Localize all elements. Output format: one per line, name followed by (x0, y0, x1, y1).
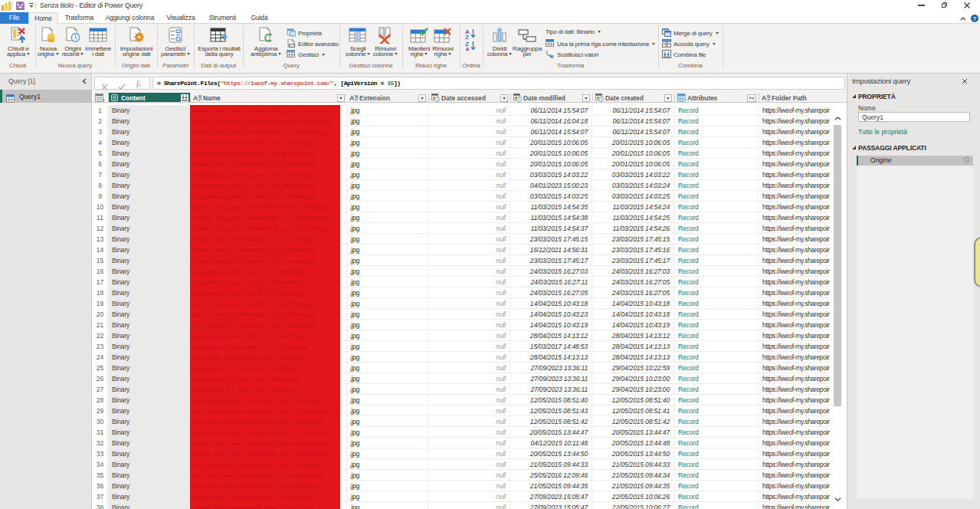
svg-text:1: 1 (546, 50, 549, 54)
svg-text:A: A (465, 46, 470, 51)
svg-text:C: C (768, 98, 772, 101)
svg-text:2: 2 (552, 54, 555, 58)
svg-text:A: A (349, 94, 355, 101)
svg-text:Z: Z (465, 34, 469, 41)
svg-text:?: ? (973, 15, 977, 22)
svg-text:A: A (193, 94, 198, 101)
svg-text:A: A (762, 94, 767, 101)
svg-text:C: C (199, 98, 203, 101)
svg-text:C: C (356, 98, 359, 101)
